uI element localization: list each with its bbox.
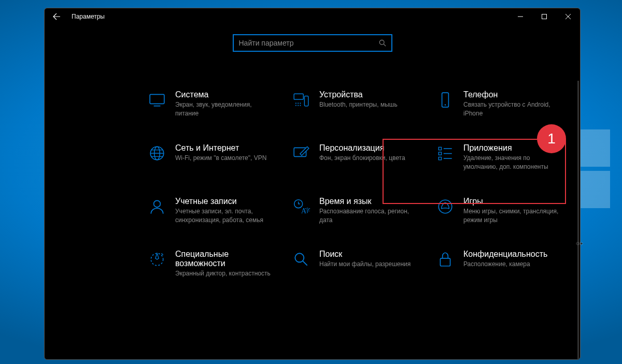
- svg-text:字: 字: [305, 207, 310, 213]
- svg-point-8: [298, 105, 299, 106]
- category-desc: Расположение, камера: [463, 260, 547, 269]
- category-desc: Wi-Fi, режим "в самолете", VPN: [175, 154, 266, 163]
- category-desc: Удаление, значения по умолчанию, доп. ко…: [463, 154, 562, 172]
- svg-point-12: [445, 104, 446, 106]
- titlebar: Параметры: [45, 8, 580, 25]
- category-personalization[interactable]: Персонализация Фон, экран блокировки, цв…: [292, 143, 436, 172]
- minimize-icon: [518, 14, 523, 19]
- maximize-icon: [542, 14, 547, 19]
- svg-point-5: [298, 103, 299, 104]
- category-title: Время и язык: [319, 197, 418, 206]
- resize-cursor-icon: ↔: [574, 237, 585, 249]
- window-title: Параметры: [72, 13, 105, 20]
- svg-rect-18: [439, 157, 441, 159]
- arrow-left-icon: [52, 12, 61, 21]
- annotation-badge: 1: [537, 124, 566, 153]
- category-title: Игры: [463, 197, 562, 206]
- system-icon: [148, 91, 166, 109]
- svg-rect-17: [439, 152, 441, 155]
- category-desc: Связать устройство с Android, iPhone: [463, 100, 562, 119]
- svg-point-19: [154, 200, 161, 207]
- category-desc: Найти мои файлы, разрешения: [319, 260, 411, 269]
- svg-rect-2: [150, 94, 164, 104]
- category-system[interactable]: Система Экран, звук, уведомления, питани…: [148, 90, 292, 119]
- close-button[interactable]: [556, 8, 580, 25]
- category-phone[interactable]: Телефон Связать устройство с Android, iP…: [436, 90, 581, 119]
- phone-icon: [436, 91, 454, 109]
- search-input[interactable]: [239, 39, 379, 47]
- svg-point-7: [295, 105, 296, 106]
- close-icon: [566, 14, 571, 19]
- category-title: Система: [175, 90, 274, 99]
- category-title: Специальные возможности: [175, 250, 253, 268]
- category-title: Устройства: [319, 90, 398, 99]
- search-cat-icon: [292, 251, 310, 268]
- category-desc: Экран, звук, уведомления, питание: [175, 100, 274, 119]
- time-language-icon: A字: [292, 198, 310, 215]
- category-accounts[interactable]: Учетные записи Учетные записи, эл. почта…: [148, 197, 292, 225]
- search-icon: [379, 39, 386, 47]
- category-title: Сеть и Интернет: [175, 143, 266, 153]
- svg-point-9: [300, 105, 301, 106]
- settings-window: Параметры: [44, 8, 581, 360]
- category-gaming[interactable]: Игры Меню игры, снимки, трансляция, режи…: [436, 197, 581, 225]
- privacy-icon: [436, 251, 454, 268]
- gaming-icon: [436, 198, 454, 215]
- category-search[interactable]: Поиск Найти мои файлы, разрешения: [292, 250, 436, 278]
- category-title: Телефон: [463, 90, 562, 99]
- svg-rect-26: [440, 258, 450, 266]
- back-button[interactable]: [49, 8, 64, 25]
- category-desc: Экранный диктор, контрастность: [175, 269, 271, 278]
- svg-point-1: [379, 40, 384, 45]
- svg-point-4: [295, 103, 296, 104]
- devices-icon: [292, 91, 310, 109]
- apps-icon: [436, 144, 454, 162]
- accessibility-icon: [148, 251, 166, 268]
- category-title: Поиск: [319, 250, 411, 259]
- category-time-language[interactable]: A字 Время и язык Распознавание голоса, ре…: [292, 197, 436, 225]
- search-box[interactable]: [233, 34, 392, 52]
- svg-point-23: [439, 200, 452, 213]
- category-desc: Фон, экран блокировки, цвета: [319, 154, 405, 163]
- network-icon: [148, 144, 166, 162]
- category-network[interactable]: Сеть и Интернет Wi-Fi, режим "в самолете…: [148, 143, 292, 172]
- accounts-icon: [148, 198, 166, 215]
- category-accessibility[interactable]: Специальные возможности Экранный диктор,…: [148, 250, 292, 278]
- category-desc: Распознавание голоса, регион, дата: [319, 207, 418, 225]
- category-title: Персонализация: [319, 143, 405, 153]
- svg-rect-3: [294, 94, 303, 99]
- svg-point-6: [300, 103, 301, 104]
- desktop-background: Параметры: [0, 0, 622, 364]
- svg-rect-0: [542, 14, 547, 19]
- category-desc: Меню игры, снимки, трансляция, режим игр…: [463, 207, 562, 225]
- scrollbar[interactable]: [577, 81, 579, 360]
- category-privacy[interactable]: Конфиденциальность Расположение, камера: [436, 250, 581, 278]
- svg-point-25: [295, 254, 304, 263]
- minimize-button[interactable]: [508, 8, 532, 25]
- svg-rect-16: [439, 147, 441, 150]
- category-title: Конфиденциальность: [463, 250, 547, 259]
- personalization-icon: [292, 144, 310, 162]
- categories-grid: Система Экран, звук, уведомления, питани…: [148, 90, 578, 279]
- category-desc: Bluetooth, принтеры, мышь: [319, 100, 398, 109]
- category-desc: Учетные записи, эл. почта, синхронизация…: [175, 207, 274, 225]
- category-devices[interactable]: Устройства Bluetooth, принтеры, мышь: [292, 90, 436, 119]
- maximize-button[interactable]: [532, 8, 556, 25]
- svg-rect-10: [304, 96, 308, 106]
- category-title: Учетные записи: [175, 197, 274, 206]
